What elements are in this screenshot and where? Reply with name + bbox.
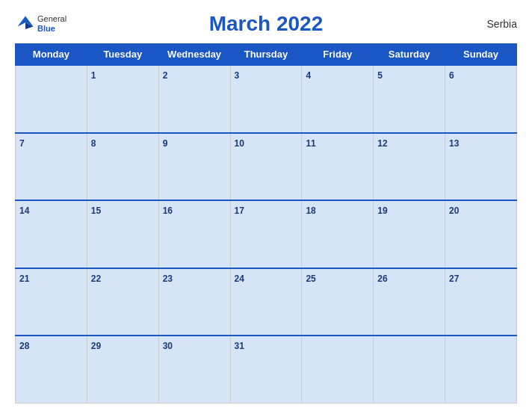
day-number-13: 13: [449, 138, 459, 149]
col-monday: Monday: [16, 44, 87, 66]
logo-bird-icon: [15, 13, 36, 34]
col-tuesday: Tuesday: [87, 44, 158, 66]
week-row-5: 28293031: [16, 336, 517, 404]
col-friday: Friday: [302, 44, 374, 66]
col-sunday: Sunday: [445, 44, 517, 66]
day-cell-4: 4: [302, 65, 374, 133]
day-number-1: 1: [91, 70, 96, 81]
day-number-3: 3: [235, 70, 240, 81]
day-cell-23: 23: [158, 268, 230, 336]
day-cell-28: 28: [16, 336, 87, 404]
day-number-6: 6: [449, 70, 454, 81]
week-row-1: 123456: [16, 65, 517, 133]
day-number-29: 29: [91, 341, 101, 351]
day-number-19: 19: [377, 206, 387, 216]
day-cell-24: 24: [230, 268, 302, 336]
day-number-31: 31: [235, 341, 244, 351]
day-cell-7: 7: [16, 133, 87, 201]
day-number-17: 17: [235, 206, 244, 216]
day-number-18: 18: [306, 206, 315, 216]
day-cell-2: 2: [158, 65, 230, 133]
day-cell-1: 1: [87, 65, 158, 133]
day-cell-21: 21: [16, 268, 87, 336]
day-number-23: 23: [163, 274, 173, 284]
day-cell-27: 27: [445, 268, 517, 336]
day-cell-18: 18: [302, 200, 374, 268]
country-label: Serbia: [487, 18, 517, 30]
day-number-5: 5: [377, 70, 383, 81]
day-cell-12: 12: [374, 133, 445, 201]
day-cell-empty: [16, 65, 87, 133]
day-number-10: 10: [235, 138, 244, 149]
day-number-16: 16: [163, 206, 173, 216]
day-cell-6: 6: [445, 65, 517, 133]
day-cell-3: 3: [230, 65, 302, 133]
day-number-20: 20: [449, 206, 459, 216]
day-cell-empty: [374, 336, 445, 404]
day-number-22: 22: [91, 274, 101, 284]
day-number-9: 9: [163, 138, 168, 149]
logo-general: General: [37, 14, 66, 24]
week-row-3: 14151617181920: [16, 200, 517, 268]
day-cell-empty: [445, 336, 517, 404]
day-cell-5: 5: [374, 65, 445, 133]
day-number-25: 25: [306, 274, 315, 284]
day-number-30: 30: [163, 341, 173, 351]
col-saturday: Saturday: [374, 44, 445, 66]
day-cell-20: 20: [445, 200, 517, 268]
logo-blue: Blue: [37, 24, 66, 34]
week-row-2: 78910111213: [16, 133, 517, 201]
week-row-4: 21222324252627: [16, 268, 517, 336]
day-cell-11: 11: [302, 133, 374, 201]
day-cell-14: 14: [16, 200, 87, 268]
day-number-24: 24: [235, 274, 244, 284]
day-cell-15: 15: [87, 200, 158, 268]
day-number-7: 7: [19, 138, 25, 149]
calendar-table: Monday Tuesday Wednesday Thursday Friday…: [15, 43, 517, 404]
day-cell-16: 16: [158, 200, 230, 268]
day-cell-30: 30: [158, 336, 230, 404]
day-number-15: 15: [91, 206, 101, 216]
col-thursday: Thursday: [230, 44, 302, 66]
day-cell-22: 22: [87, 268, 158, 336]
day-cell-29: 29: [87, 336, 158, 404]
calendar-header: General Blue March 2022 Serbia: [15, 7, 517, 39]
day-number-14: 14: [19, 206, 29, 216]
weekday-header-row: Monday Tuesday Wednesday Thursday Friday…: [16, 44, 517, 66]
col-wednesday: Wednesday: [158, 44, 230, 66]
day-cell-empty: [302, 336, 374, 404]
day-number-2: 2: [163, 70, 168, 81]
day-cell-10: 10: [230, 133, 302, 201]
day-number-21: 21: [19, 274, 29, 284]
day-number-28: 28: [19, 341, 29, 351]
logo: General Blue: [15, 13, 66, 34]
calendar-body: 1234567891011121314151617181920212223242…: [16, 65, 517, 404]
day-cell-19: 19: [374, 200, 445, 268]
day-cell-17: 17: [230, 200, 302, 268]
day-cell-13: 13: [445, 133, 517, 201]
day-number-4: 4: [306, 70, 311, 81]
day-number-26: 26: [377, 274, 387, 284]
day-number-12: 12: [377, 138, 387, 149]
day-number-11: 11: [306, 138, 315, 149]
calendar-title: March 2022: [209, 12, 324, 36]
day-number-27: 27: [449, 274, 459, 284]
day-cell-31: 31: [230, 336, 302, 404]
day-cell-9: 9: [158, 133, 230, 201]
day-cell-26: 26: [374, 268, 445, 336]
day-cell-8: 8: [87, 133, 158, 201]
day-cell-25: 25: [302, 268, 374, 336]
day-number-8: 8: [91, 138, 96, 149]
